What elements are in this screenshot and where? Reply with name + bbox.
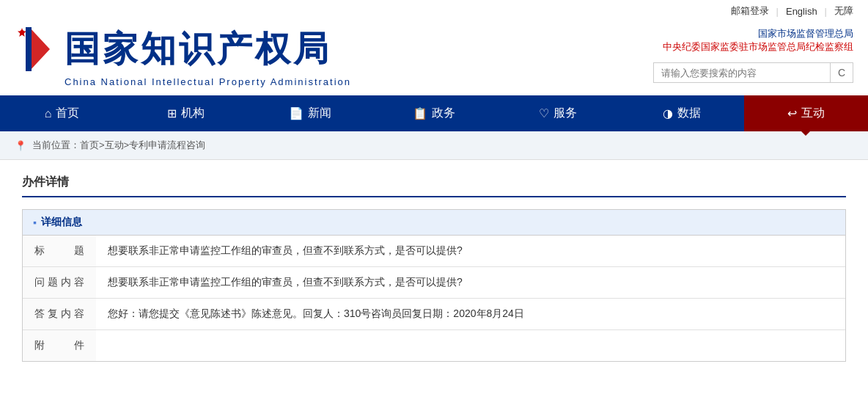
logo-chinese-title: 国家知识产权局 <box>65 26 331 73</box>
detail-header: ▪ 详细信息 <box>23 210 845 236</box>
table-row: 附 件 <box>23 330 845 362</box>
mailbox-link[interactable]: 邮箱登录 <box>731 4 769 18</box>
nav-label-news: 新闻 <box>308 106 331 121</box>
value-reply: 您好：请您提交《意见陈述书》陈述意见。回复人：310号咨询员回复日期：2020年… <box>96 299 845 330</box>
nav-label-zhengwu: 政务 <box>432 106 455 121</box>
logo-icon <box>15 23 59 75</box>
zhengwu-icon: 📋 <box>413 106 427 120</box>
content-area: 办件详情 ▪ 详细信息 标 题 想要联系非正常申请监控工作组的审查员，但查不到联… <box>0 160 868 376</box>
value-attachment <box>96 330 845 362</box>
home-icon: ⌂ <box>45 107 52 120</box>
search-bar: C <box>653 62 853 83</box>
logo-title: 国家知识产权局 <box>15 23 331 75</box>
nav-item-hudong[interactable]: ↩ 互动 <box>744 95 868 131</box>
detail-table: 标 题 想要联系非正常申请监控工作组的审查员，但查不到联系方式，是否可以提供? … <box>23 236 845 361</box>
doc-icon: ▪ <box>33 216 37 228</box>
gov-links: 国家市场监督管理总局 中央纪委国家监委驻市场监管总局纪检监察组 <box>663 27 853 54</box>
nav-label-fuwu: 服务 <box>553 106 577 121</box>
nav-label-shuju: 数据 <box>677 106 701 121</box>
divider1: | <box>776 6 779 17</box>
nav-label-home: 首页 <box>56 106 79 121</box>
svg-marker-1 <box>18 28 26 37</box>
logo-area: 国家知识产权局 China National Intellectual Prop… <box>15 23 351 87</box>
breadcrumb-text: 当前位置：首页>互动>专利申请流程咨询 <box>32 139 205 152</box>
logo-subtitle: China National Intellectual Property Adm… <box>15 76 351 87</box>
section-title: 办件详情 <box>22 175 846 197</box>
divider2: | <box>825 6 827 17</box>
search-button[interactable]: C <box>830 63 853 82</box>
hudong-icon: ↩ <box>787 106 797 120</box>
value-question: 想要联系非正常申请监控工作组的审查员，但查不到联系方式，是否可以提供? <box>96 267 845 299</box>
english-link[interactable]: English <box>786 6 817 17</box>
breadcrumb-bar: 📍 当前位置：首页>互动>专利申请流程咨询 <box>0 131 868 160</box>
gov-link1[interactable]: 国家市场监督管理总局 <box>663 27 853 40</box>
nolang-link[interactable]: 无障 <box>834 4 853 18</box>
svg-rect-3 <box>26 27 32 71</box>
nav-item-shuju[interactable]: ◑ 数据 <box>620 95 744 131</box>
nav-label-hudong: 互动 <box>801 106 825 121</box>
detail-box: ▪ 详细信息 标 题 想要联系非正常申请监控工作组的审查员，但查不到联系方式，是… <box>22 209 846 362</box>
jigou-icon: ⊞ <box>167 106 177 120</box>
nav-item-home[interactable]: ⌂ 首页 <box>0 95 124 131</box>
header-right: 国家市场监督管理总局 中央纪委国家监委驻市场监管总局纪检监察组 C <box>653 27 853 83</box>
detail-header-text: 详细信息 <box>41 216 82 229</box>
table-row: 标 题 想要联系非正常申请监控工作组的审查员，但查不到联系方式，是否可以提供? <box>23 236 845 267</box>
pin-icon: 📍 <box>15 140 26 151</box>
main-nav: ⌂ 首页 ⊞ 机构 📄 新闻 📋 政务 ♡ 服务 ◑ 数据 ↩ 互动 <box>0 95 868 131</box>
fuwu-icon: ♡ <box>539 106 549 120</box>
table-row: 问题内容 想要联系非正常申请监控工作组的审查员，但查不到联系方式，是否可以提供? <box>23 267 845 299</box>
nav-item-zhengwu[interactable]: 📋 政务 <box>372 95 496 131</box>
value-title: 想要联系非正常申请监控工作组的审查员，但查不到联系方式，是否可以提供? <box>96 236 845 267</box>
svg-marker-2 <box>29 27 50 71</box>
top-bar: 邮箱登录 | English | 无障 <box>0 0 868 22</box>
nav-item-fuwu[interactable]: ♡ 服务 <box>496 95 620 131</box>
label-attachment: 附 件 <box>23 330 96 362</box>
gov-link2[interactable]: 中央纪委国家监委驻市场监管总局纪检监察组 <box>663 40 853 54</box>
news-icon: 📄 <box>289 106 304 120</box>
nav-item-news[interactable]: 📄 新闻 <box>248 95 372 131</box>
search-input[interactable] <box>654 64 830 82</box>
shuju-icon: ◑ <box>663 106 673 120</box>
header: 国家知识产权局 China National Intellectual Prop… <box>0 22 868 95</box>
nav-label-jigou: 机构 <box>181 106 205 121</box>
label-question: 问题内容 <box>23 267 96 299</box>
nav-item-jigou[interactable]: ⊞ 机构 <box>124 95 248 131</box>
table-row: 答复内容 您好：请您提交《意见陈述书》陈述意见。回复人：310号咨询员回复日期：… <box>23 299 845 330</box>
label-title: 标 题 <box>23 236 96 267</box>
label-reply: 答复内容 <box>23 299 96 330</box>
